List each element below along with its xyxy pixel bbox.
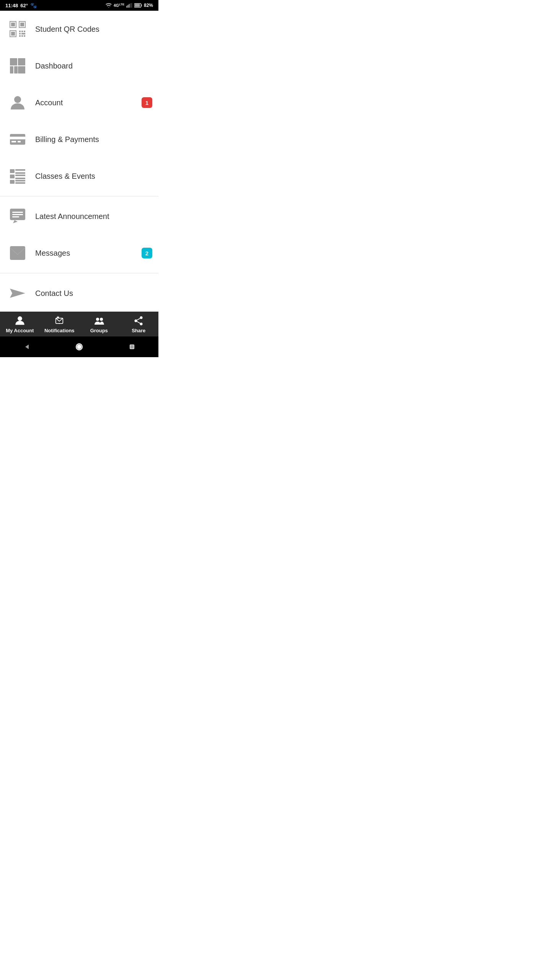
- signal-icon: [126, 3, 132, 8]
- menu-item-messages[interactable]: Messages 2: [0, 235, 158, 271]
- home-button[interactable]: [73, 341, 85, 353]
- status-time: 11:48: [5, 3, 18, 8]
- nav-item-my-account[interactable]: My Account: [0, 315, 40, 333]
- battery-icon: [134, 3, 142, 8]
- menu-list: Student QR Codes Dashboard Account 1: [0, 11, 158, 312]
- nav-item-groups[interactable]: Groups: [79, 315, 119, 333]
- svg-rect-20: [21, 35, 23, 37]
- nav-label-my-account: My Account: [6, 328, 34, 333]
- status-left: 11:48 62° 🐾: [5, 2, 37, 8]
- contact-icon: [8, 283, 28, 303]
- svg-rect-40: [15, 182, 25, 184]
- menu-item-dashboard[interactable]: Dashboard: [0, 47, 158, 84]
- svg-rect-35: [10, 175, 15, 178]
- account-icon: [8, 93, 28, 113]
- wifi-icon: [106, 3, 112, 8]
- svg-point-27: [14, 96, 21, 103]
- svg-rect-34: [15, 172, 25, 174]
- menu-item-student-qr[interactable]: Student QR Codes: [0, 11, 158, 47]
- svg-rect-7: [135, 4, 140, 7]
- account-badge: 1: [142, 97, 152, 108]
- svg-rect-29: [10, 137, 25, 139]
- back-button[interactable]: [21, 341, 32, 353]
- svg-rect-3: [130, 3, 131, 8]
- menu-item-account[interactable]: Account 1: [0, 84, 158, 121]
- svg-rect-13: [11, 32, 15, 36]
- svg-point-58: [77, 345, 81, 348]
- svg-rect-17: [19, 33, 21, 34]
- menu-label-announcement: Latest Announcement: [35, 212, 109, 221]
- nav-label-groups: Groups: [90, 328, 108, 333]
- svg-rect-15: [21, 31, 23, 32]
- nav-label-notifications: Notifications: [44, 328, 75, 333]
- svg-rect-1: [127, 5, 128, 8]
- menu-item-contact[interactable]: Contact Us: [0, 275, 158, 312]
- qr-code-icon: [8, 19, 28, 39]
- svg-rect-19: [19, 35, 21, 37]
- svg-line-55: [137, 318, 140, 320]
- svg-rect-33: [15, 169, 25, 171]
- svg-rect-16: [24, 31, 25, 32]
- svg-rect-21: [24, 35, 25, 37]
- svg-rect-24: [10, 66, 13, 74]
- menu-label-contact: Contact Us: [35, 289, 73, 298]
- nav-label-share: Share: [132, 328, 145, 333]
- nav-item-share[interactable]: Share: [119, 315, 159, 333]
- menu-label-student-qr: Student QR Codes: [35, 25, 99, 34]
- svg-rect-0: [126, 6, 127, 8]
- svg-rect-22: [10, 58, 17, 65]
- dashboard-icon: [8, 56, 28, 76]
- menu-item-billing[interactable]: Billing & Payments: [0, 121, 158, 158]
- groups-nav-icon: [94, 315, 104, 326]
- svg-rect-4: [131, 3, 132, 8]
- svg-rect-25: [14, 66, 18, 74]
- svg-marker-45: [10, 289, 25, 298]
- svg-rect-43: [12, 214, 23, 215]
- battery-percent: 82%: [144, 3, 153, 8]
- svg-line-54: [137, 322, 140, 323]
- svg-rect-30: [11, 141, 16, 142]
- svg-rect-14: [19, 31, 21, 32]
- status-right: 4GLTE 82%: [106, 3, 153, 8]
- svg-rect-36: [15, 175, 25, 176]
- announcement-icon: [8, 206, 28, 226]
- svg-marker-56: [25, 345, 29, 349]
- android-nav: [0, 336, 158, 357]
- divider-1: [0, 196, 158, 196]
- svg-point-46: [18, 316, 22, 321]
- status-bar: 11:48 62° 🐾 4GLTE 82%: [0, 0, 158, 11]
- svg-rect-23: [18, 58, 25, 65]
- billing-icon: [8, 129, 28, 149]
- svg-rect-2: [129, 4, 129, 8]
- status-temp: 62°: [20, 3, 28, 8]
- svg-rect-26: [18, 66, 25, 74]
- svg-rect-9: [11, 23, 15, 26]
- divider-2: [0, 273, 158, 273]
- menu-item-announcement[interactable]: Latest Announcement: [0, 198, 158, 235]
- nav-item-notifications[interactable]: Notifications: [40, 315, 80, 333]
- messages-badge: 2: [142, 248, 152, 258]
- menu-label-account: Account: [35, 98, 63, 107]
- menu-label-dashboard: Dashboard: [35, 62, 73, 70]
- svg-rect-11: [20, 23, 24, 26]
- svg-rect-6: [141, 5, 142, 7]
- share-nav-icon: [133, 315, 144, 326]
- svg-rect-44: [12, 216, 19, 217]
- recents-button[interactable]: [126, 341, 138, 353]
- svg-rect-42: [12, 212, 23, 213]
- app-icon: 🐾: [30, 2, 37, 8]
- svg-rect-37: [15, 178, 25, 179]
- classes-icon: [8, 166, 28, 186]
- svg-rect-38: [10, 180, 15, 184]
- svg-rect-39: [15, 180, 25, 181]
- menu-label-messages: Messages: [35, 249, 70, 258]
- notifications-nav-icon: [54, 315, 65, 326]
- menu-label-classes: Classes & Events: [35, 172, 95, 181]
- network-icon: 4GLTE: [114, 3, 124, 8]
- menu-item-classes[interactable]: Classes & Events: [0, 158, 158, 194]
- person-nav-icon: [15, 315, 25, 326]
- svg-point-52: [135, 320, 137, 322]
- bottom-nav: My Account Notifications Groups Share: [0, 312, 158, 336]
- messages-icon: [8, 243, 28, 263]
- svg-rect-31: [18, 141, 21, 142]
